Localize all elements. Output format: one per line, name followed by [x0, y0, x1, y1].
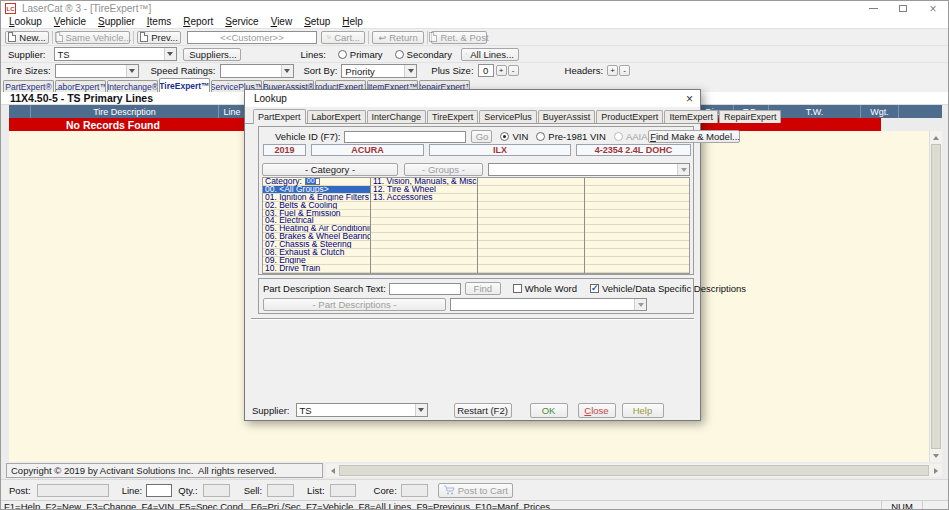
combo-arrow-icon[interactable]	[404, 65, 416, 77]
plus-size-up-button[interactable]: +	[496, 65, 507, 76]
customer-field[interactable]: <<Customer>>	[187, 31, 317, 44]
combo-arrow-icon[interactable]	[677, 164, 689, 175]
vin-radio-label[interactable]: VIN	[512, 131, 528, 142]
core-field[interactable]	[401, 484, 428, 497]
new-button[interactable]: New...	[5, 31, 49, 44]
lines-primary-radio[interactable]	[338, 50, 347, 59]
vehicle-specific-checkbox[interactable]	[590, 284, 599, 293]
combo-arrow-icon[interactable]	[634, 299, 646, 310]
combo-arrow-icon[interactable]	[164, 48, 176, 60]
category-item[interactable]: 05. Heating & Air Conditioning	[263, 225, 370, 233]
vehicle-id-input[interactable]	[344, 131, 466, 143]
vertical-scroll-thumb[interactable]	[931, 144, 941, 449]
speed-ratings-combo[interactable]	[220, 64, 294, 78]
tire-sizes-combo[interactable]	[55, 64, 139, 78]
lines-secondary-label[interactable]: Secondary	[407, 49, 452, 60]
minimize-button[interactable]	[858, 1, 888, 16]
category-item[interactable]: 03. Fuel & Emission	[263, 210, 370, 218]
prev-button[interactable]: Prev...	[137, 31, 181, 44]
search-input[interactable]	[389, 283, 461, 295]
part-descriptions-combo[interactable]	[450, 298, 647, 311]
menu-supplier[interactable]: Supplier	[92, 16, 141, 28]
scroll-up-icon[interactable]	[930, 131, 942, 144]
help-button[interactable]: Help	[622, 403, 664, 418]
combo-arrow-icon[interactable]	[281, 65, 293, 77]
category-item[interactable]: 01. Ignition & Engine Filters	[263, 194, 370, 202]
dialog-tab-itemexpert[interactable]: ItemExpert	[664, 110, 718, 123]
menu-view[interactable]: View	[265, 16, 299, 28]
all-lines-button[interactable]: All Lines...	[461, 48, 519, 61]
suppliers-button[interactable]: Suppliers...	[183, 48, 241, 61]
category-item[interactable]: 12. Tire & Wheel	[371, 186, 477, 194]
post-field[interactable]	[37, 484, 109, 497]
restart-button[interactable]: Restart (F2)	[454, 403, 512, 418]
menu-setup[interactable]: Setup	[298, 16, 336, 28]
menu-help[interactable]: Help	[336, 16, 369, 28]
pre-1981-vin-radio[interactable]	[536, 132, 545, 141]
dialog-tab-productexpert[interactable]: ProductExpert	[596, 110, 663, 123]
lines-primary-label[interactable]: Primary	[350, 49, 383, 60]
dialog-tab-serviceplus[interactable]: ServicePlus	[479, 110, 537, 123]
dialog-close-icon[interactable]: ×	[686, 93, 693, 105]
vin-radio[interactable]	[500, 132, 509, 141]
dialog-tab-laborexpert[interactable]: LaborExpert	[307, 110, 366, 123]
whole-word-checkbox[interactable]	[513, 284, 522, 293]
horizontal-scroll-thumb[interactable]	[339, 465, 929, 476]
category-entry-input[interactable]: 00	[305, 178, 320, 185]
dialog-tab-interchange[interactable]: InterChange	[367, 110, 427, 123]
column-header-tw[interactable]: T.W.	[769, 105, 861, 118]
close-dialog-button[interactable]: Close	[578, 403, 616, 418]
category-item[interactable]: 09. Engine	[263, 257, 370, 265]
qty-field[interactable]	[203, 484, 230, 497]
plus-size-value[interactable]: 0	[478, 64, 494, 77]
category-item[interactable]: 10. Drive Train	[263, 265, 370, 273]
whole-word-label[interactable]: Whole Word	[525, 283, 577, 294]
category-item[interactable]: 00. <All Groups>	[263, 186, 370, 194]
dialog-tab-tireexpert[interactable]: TireExpert	[427, 110, 478, 123]
vehicle-specific-label[interactable]: Vehicle/Data Specific Descriptions	[602, 283, 746, 294]
combo-arrow-icon[interactable]	[415, 404, 427, 416]
dialog-tab-partexpert[interactable]: PartExpert	[253, 109, 306, 124]
find-make-model-button[interactable]: Find Make & Model...	[648, 130, 740, 143]
category-item[interactable]: 08. Exhaust & Clutch	[263, 249, 370, 257]
category-item[interactable]: 04. Electrical	[263, 217, 370, 225]
lines-secondary-radio[interactable]	[395, 50, 404, 59]
column-header-wgt[interactable]: Wgt.	[861, 105, 899, 118]
tab-interchange[interactable]: Interchange®	[107, 80, 158, 92]
horizontal-scrollbar[interactable]	[326, 464, 942, 477]
pre-1981-vin-label[interactable]: Pre-1981 VIN	[548, 131, 606, 142]
column-header-tire-description[interactable]: Tire Description	[31, 105, 219, 118]
ok-button[interactable]: OK	[530, 403, 568, 418]
tab-tireexpert[interactable]: TireExpert™	[159, 78, 210, 92]
scroll-right-icon[interactable]	[929, 464, 942, 477]
line-input[interactable]	[146, 484, 172, 497]
dialog-tab-buyerassist[interactable]: BuyerAssist	[538, 110, 596, 123]
scroll-down-icon[interactable]	[930, 449, 942, 462]
category-item[interactable]: 07. Chassis & Steering	[263, 241, 370, 249]
menu-lookup[interactable]: Lookup	[3, 16, 48, 28]
plus-size-down-button[interactable]: -	[508, 65, 519, 76]
category-item[interactable]: 06. Brakes & Wheel Bearings	[263, 233, 370, 241]
menu-report[interactable]: Report	[177, 16, 219, 28]
maximize-button[interactable]	[888, 1, 918, 16]
column-header-line[interactable]: Line	[219, 105, 246, 118]
menu-items[interactable]: Items	[141, 16, 177, 28]
scroll-left-icon[interactable]	[326, 464, 339, 477]
sort-by-combo[interactable]: Priority	[341, 64, 417, 78]
category-item[interactable]: 11. Vision, Manuals, & Misc.	[371, 178, 477, 186]
groups-combo[interactable]	[488, 163, 690, 176]
menu-service[interactable]: Service	[219, 16, 264, 28]
tab-partexpert[interactable]: PartExpert®	[3, 80, 54, 92]
dialog-tab-repairexpert[interactable]: RepairExpert	[719, 110, 782, 123]
headers-down-button[interactable]: -	[619, 65, 630, 76]
close-button[interactable]: ×	[918, 1, 948, 16]
category-mode-button[interactable]: - Category -	[262, 163, 398, 176]
dialog-supplier-combo[interactable]: TS	[296, 403, 428, 417]
supplier-combo[interactable]: TS	[54, 47, 177, 61]
category-item[interactable]: 02. Belts & Cooling	[263, 202, 370, 210]
sell-field[interactable]	[267, 484, 294, 497]
column-header-blank[interactable]	[9, 105, 31, 118]
tab-laborexpert[interactable]: LaborExpert™	[55, 80, 106, 92]
combo-arrow-icon[interactable]	[126, 65, 138, 77]
vertical-scrollbar[interactable]	[929, 131, 942, 462]
